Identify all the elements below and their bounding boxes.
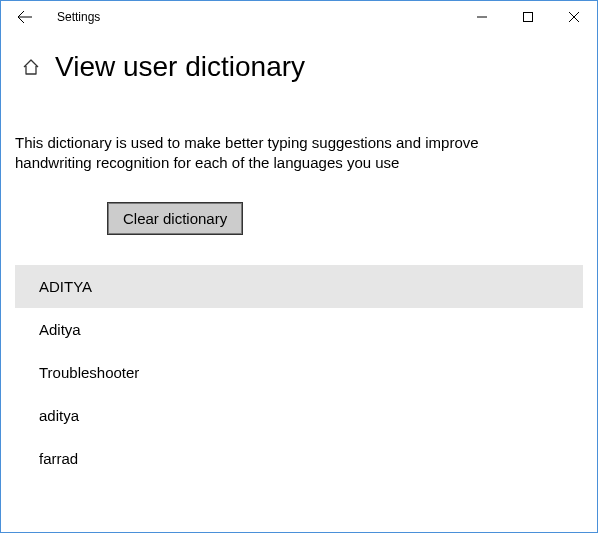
content-area: This dictionary is used to make better t… (1, 93, 597, 480)
list-item[interactable]: aditya (15, 394, 583, 437)
page-header: View user dictionary (1, 33, 597, 93)
maximize-icon (523, 12, 533, 22)
maximize-button[interactable] (505, 1, 551, 33)
list-item[interactable]: ADITYA (15, 265, 583, 308)
back-button[interactable] (9, 1, 41, 33)
settings-window: Settings View use (0, 0, 598, 533)
list-item[interactable]: Troubleshooter (15, 351, 583, 394)
list-item[interactable]: Aditya (15, 308, 583, 351)
page-title: View user dictionary (55, 51, 305, 83)
close-button[interactable] (551, 1, 597, 33)
arrow-left-icon (17, 9, 33, 25)
dictionary-list: ADITYA Aditya Troubleshooter aditya farr… (15, 265, 583, 480)
window-controls (459, 1, 597, 33)
minimize-button[interactable] (459, 1, 505, 33)
window-title: Settings (57, 10, 100, 24)
svg-rect-0 (524, 13, 533, 22)
clear-dictionary-button[interactable]: Clear dictionary (107, 202, 243, 235)
description-text: This dictionary is used to make better t… (15, 133, 515, 174)
close-icon (569, 12, 579, 22)
list-item[interactable]: farrad (15, 437, 583, 480)
home-icon[interactable] (21, 57, 41, 77)
minimize-icon (477, 12, 487, 22)
titlebar: Settings (1, 1, 597, 33)
